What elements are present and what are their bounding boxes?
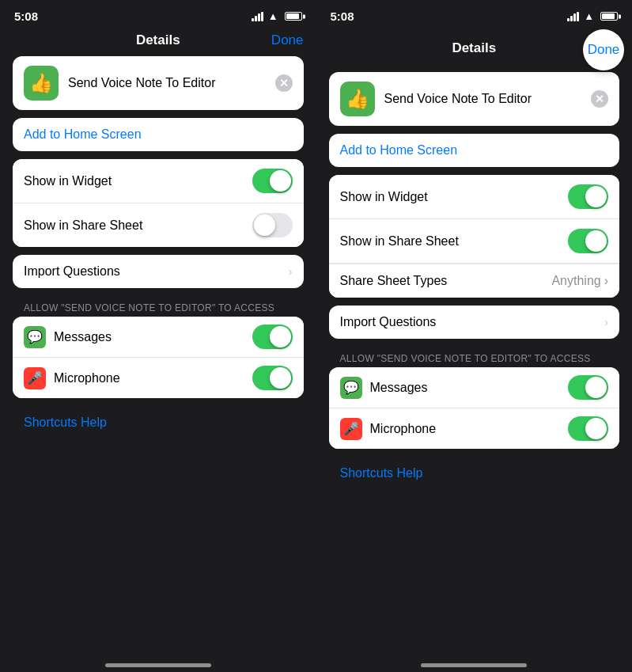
import-label-right: Import Questions (340, 315, 437, 329)
microphone-left-left: 🎤 Microphone (24, 367, 120, 389)
battery-icon-right (600, 12, 618, 21)
add-home-link-right[interactable]: Add to Home Screen (329, 134, 620, 167)
wifi-icon-right: ▲ (584, 10, 594, 22)
shortcut-icon-emoji-left: 👍 (29, 72, 53, 94)
show-share-toggle-right[interactable] (568, 229, 608, 253)
add-home-card-left[interactable]: Add to Home Screen (13, 118, 304, 151)
import-row-left[interactable]: Import Questions › (13, 255, 304, 288)
done-button-right[interactable]: Done (583, 29, 624, 70)
widget-share-card-left: Show in Widget Show in Share Sheet (13, 159, 304, 247)
time-right: 5:08 (331, 9, 354, 23)
messages-toggle-knob-right (585, 377, 607, 398)
show-share-row-left: Show in Share Sheet (13, 203, 304, 247)
messages-toggle-knob-left (270, 326, 291, 347)
signal-bar-r3 (573, 13, 576, 21)
wifi-icon: ▲ (268, 10, 278, 22)
show-widget-row-right: Show in Widget (329, 175, 620, 219)
messages-label-left: Messages (54, 330, 112, 344)
show-widget-toggle-left[interactable] (252, 169, 293, 193)
signal-icon-right (567, 12, 579, 21)
show-widget-toggle-right[interactable] (568, 184, 608, 209)
show-share-label-left: Show in Share Sheet (24, 218, 142, 233)
messages-emoji-right: 💬 (343, 380, 359, 395)
permissions-section-label-left: ALLOW "SEND VOICE NOTE TO EDITOR" TO ACC… (13, 296, 304, 317)
shortcuts-help-left[interactable]: Shortcuts Help (13, 406, 304, 439)
microphone-emoji-right: 🎤 (343, 421, 359, 436)
status-icons-left: ▲ (252, 10, 302, 22)
microphone-icon-right: 🎤 (340, 418, 362, 440)
microphone-toggle-knob-left (270, 367, 291, 389)
messages-toggle-right[interactable] (568, 375, 608, 400)
signal-bar-r4 (577, 12, 579, 21)
show-share-row-right: Show in Share Sheet (329, 219, 620, 264)
share-types-label-right: Share Sheet Types (340, 274, 448, 288)
import-card-right[interactable]: Import Questions › (329, 306, 620, 339)
home-indicator-right (421, 663, 527, 667)
home-indicator-left (105, 663, 211, 667)
microphone-toggle-right[interactable] (568, 416, 608, 441)
done-button-left[interactable]: Done (271, 32, 304, 48)
remove-button-left[interactable]: ✕ (275, 74, 293, 92)
done-label-right: Done (588, 42, 620, 58)
signal-bar-r2 (570, 16, 573, 21)
status-bar-left: 5:08 ▲ (0, 0, 316, 28)
messages-row-right: 💬 Messages (329, 367, 620, 408)
signal-bar-4 (261, 12, 263, 21)
shortcut-card-right: 👍 Send Voice Note To Editor ✕ (329, 72, 620, 126)
signal-bar-3 (258, 13, 260, 21)
share-types-value-right: Anything › (551, 274, 608, 288)
messages-toggle-left[interactable] (252, 325, 293, 349)
show-share-toggle-left[interactable] (252, 213, 293, 237)
import-row-right[interactable]: Import Questions › (329, 306, 620, 339)
nav-bar-right: Details Done (316, 28, 633, 72)
permissions-section-label-right: ALLOW "SEND VOICE NOTE TO EDITOR" TO ACC… (329, 347, 620, 367)
widget-toggle-knob-right (585, 186, 607, 207)
show-widget-label-left: Show in Widget (24, 174, 112, 188)
toggle-knob (270, 170, 291, 192)
microphone-label-left: Microphone (54, 371, 120, 385)
messages-emoji-left: 💬 (27, 329, 43, 344)
nav-title-left: Details (136, 32, 180, 48)
widget-share-card-right: Show in Widget Show in Share Sheet Share… (329, 175, 620, 298)
share-types-arrow: › (604, 274, 608, 288)
remove-button-right[interactable]: ✕ (591, 90, 608, 108)
microphone-emoji-left: 🎤 (27, 370, 43, 385)
right-panel: 5:08 ▲ Details Done 👍 (316, 0, 633, 672)
import-card-left[interactable]: Import Questions › (13, 255, 304, 288)
arrow-icon-right: › (604, 316, 608, 328)
show-share-label-right: Show in Share Sheet (340, 234, 459, 249)
shortcut-row-right: 👍 Send Voice Note To Editor ✕ (329, 72, 620, 126)
messages-icon-right: 💬 (340, 377, 362, 399)
messages-icon-left: 💬 (24, 326, 46, 348)
arrow-icon-left: › (289, 265, 293, 278)
permissions-card-left: 💬 Messages 🎤 Microphone (13, 317, 304, 398)
show-widget-label-right: Show in Widget (340, 190, 428, 204)
share-types-row-right[interactable]: Share Sheet Types Anything › (329, 264, 620, 298)
shortcut-name-right: Send Voice Note To Editor (384, 92, 582, 106)
add-home-link-left[interactable]: Add to Home Screen (13, 118, 304, 151)
microphone-left-right: 🎤 Microphone (340, 418, 437, 440)
microphone-icon-left: 🎤 (24, 367, 46, 389)
share-types-value-text: Anything (551, 274, 600, 288)
messages-left-right: 💬 Messages (340, 377, 428, 399)
microphone-row-left: 🎤 Microphone (13, 358, 304, 398)
status-bar-right: 5:08 ▲ (316, 0, 633, 28)
shortcut-icon-right: 👍 (340, 82, 375, 116)
signal-bar-1 (252, 18, 254, 21)
show-widget-row-left: Show in Widget (13, 159, 304, 203)
messages-row-left: 💬 Messages (13, 317, 304, 358)
microphone-row-right: 🎤 Microphone (329, 408, 620, 449)
toggle-knob-share-left (254, 215, 275, 236)
add-home-card-right[interactable]: Add to Home Screen (329, 134, 620, 167)
time-left: 5:08 (14, 9, 38, 23)
shortcut-row-left: 👍 Send Voice Note To Editor ✕ (13, 56, 304, 110)
signal-bar-r1 (567, 18, 570, 21)
shortcut-icon-emoji-right: 👍 (346, 88, 369, 110)
microphone-toggle-left[interactable] (252, 366, 293, 390)
microphone-label-right: Microphone (370, 422, 437, 436)
shortcuts-help-right[interactable]: Shortcuts Help (329, 457, 620, 490)
content-right: 👍 Send Voice Note To Editor ✕ Add to Hom… (316, 72, 633, 657)
shortcut-card-left: 👍 Send Voice Note To Editor ✕ (13, 56, 304, 110)
battery-fill (286, 13, 299, 19)
battery-icon (285, 12, 302, 21)
